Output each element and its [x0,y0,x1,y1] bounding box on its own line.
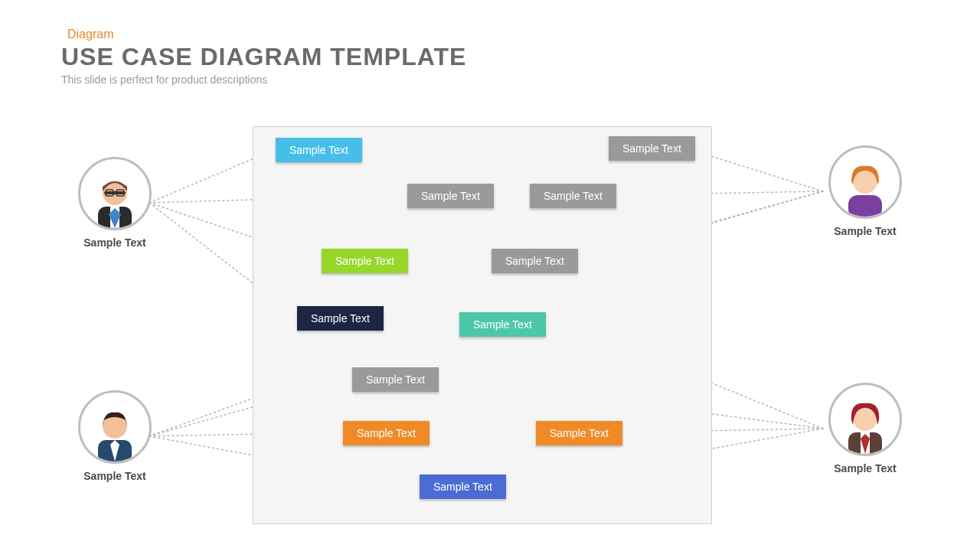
usecase-box: Sample Text [459,312,546,337]
usecase-box: Sample Text [352,367,439,392]
actor-label: Sample Text [819,225,911,237]
actor-label: Sample Text [819,462,911,474]
page-subtitle: This slide is perfect for product descri… [61,73,267,86]
usecase-box: Sample Text [492,249,578,273]
svg-rect-26 [848,195,882,217]
actor-label: Sample Text [69,470,161,482]
page-title: USE CASE DIAGRAM TEMPLATE [61,43,466,71]
avatar [78,157,152,230]
usecase-box: Sample Text [276,138,362,162]
usecase-box: Sample Text [530,184,616,208]
usecase-box: Sample Text [297,306,384,331]
usecase-box: Sample Text [609,136,695,161]
usecase-box: Sample Text [343,421,430,445]
usecase-box: Sample Text [420,474,506,499]
usecase-box: Sample Text [322,249,408,273]
avatar [828,383,902,456]
person-icon [84,400,145,461]
svg-rect-20 [104,191,126,194]
actor-top-right: Sample Text [819,145,911,237]
usecase-box: Sample Text [536,421,622,445]
person-icon [835,393,896,454]
actor-label: Sample Text [69,236,161,249]
actor-bottom-right: Sample Text [819,383,911,474]
actor-bottom-left: Sample Text [69,390,161,482]
actor-top-left: Sample Text [69,157,161,249]
usecase-box: Sample Text [407,184,494,208]
eyebrow-label: Diagram [67,28,113,41]
person-icon [84,167,145,228]
avatar [828,145,902,219]
avatar [78,390,152,464]
person-icon [835,155,896,217]
